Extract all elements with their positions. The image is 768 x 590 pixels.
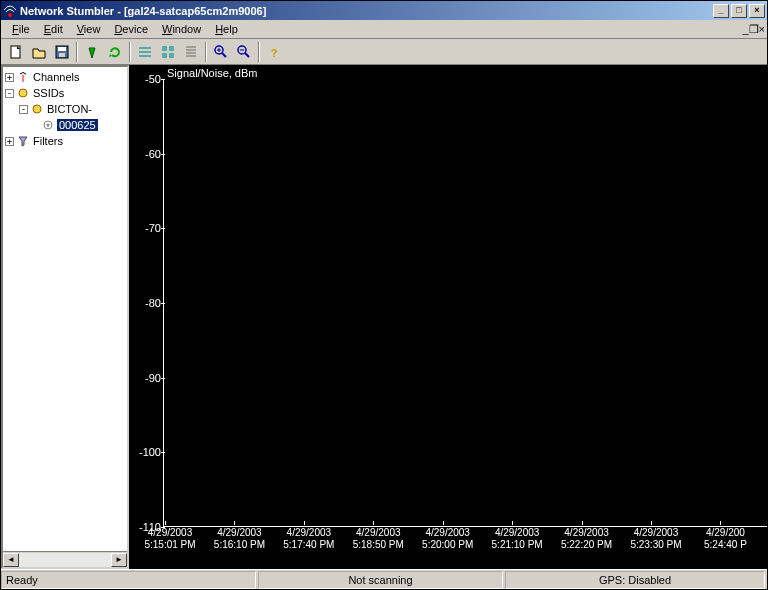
status-scanning: Not scanning xyxy=(258,571,503,589)
toolbar-separator xyxy=(258,42,260,62)
open-button[interactable] xyxy=(28,41,50,63)
chart-title: Signal/Noise, dBm xyxy=(167,67,258,79)
svg-rect-6 xyxy=(139,51,151,53)
tree-scrollbar[interactable]: ◄ ► xyxy=(3,551,127,567)
scroll-right-button[interactable]: ► xyxy=(111,553,127,567)
plot-area xyxy=(163,79,767,527)
titlebar[interactable]: Network Stumbler - [gal24-satcap65cm2m90… xyxy=(1,1,767,20)
zoom-in-button[interactable] xyxy=(210,41,232,63)
menu-view[interactable]: View xyxy=(70,21,108,37)
scan-button[interactable] xyxy=(81,41,103,63)
x-tick: 4/29/2005:24:40 P xyxy=(690,527,760,551)
tree-label: SSIDs xyxy=(32,87,65,99)
tree-label-selected: 000625 xyxy=(57,119,98,131)
refresh-button[interactable] xyxy=(104,41,126,63)
options-button[interactable] xyxy=(180,41,202,63)
mdi-close-button[interactable]: × xyxy=(759,23,765,36)
tree-label: Filters xyxy=(32,135,64,147)
y-axis: -50-60-70-80-90-100-110 xyxy=(129,79,163,527)
collapse-icon[interactable]: - xyxy=(5,89,14,98)
svg-rect-10 xyxy=(162,53,167,58)
menubar: File Edit View Device Window Help _ ❐ × xyxy=(1,20,767,39)
menu-file[interactable]: File xyxy=(5,21,37,37)
tree-view[interactable]: + Channels - SSIDs - BICTON- 000625 xyxy=(3,67,127,551)
app-icon xyxy=(3,4,17,18)
filter-icon xyxy=(16,134,30,148)
expand-icon[interactable]: + xyxy=(5,137,14,146)
minimize-button[interactable]: _ xyxy=(713,4,729,18)
svg-line-17 xyxy=(222,53,226,57)
toolbar-separator xyxy=(76,42,78,62)
scroll-track[interactable] xyxy=(19,553,111,567)
svg-point-25 xyxy=(19,89,27,97)
tree-node-mac[interactable]: 000625 xyxy=(5,117,127,133)
x-tick: 4/29/20035:20:00 PM xyxy=(413,527,483,551)
svg-rect-9 xyxy=(169,46,174,51)
zoom-out-button[interactable] xyxy=(233,41,255,63)
x-tick: 4/29/20035:15:01 PM xyxy=(135,527,205,551)
svg-text:?: ? xyxy=(271,47,278,59)
svg-rect-3 xyxy=(58,47,66,51)
window-title: Network Stumbler - [gal24-satcap65cm2m90… xyxy=(20,5,711,17)
details-view-button[interactable] xyxy=(134,41,156,63)
chart-pane: Signal/Noise, dBm -50-60-70-80-90-100-11… xyxy=(129,65,767,569)
x-tick: 4/29/20035:16:10 PM xyxy=(204,527,274,551)
x-tick: 4/29/20035:17:40 PM xyxy=(274,527,344,551)
close-button[interactable]: × xyxy=(749,4,765,18)
menu-edit[interactable]: Edit xyxy=(37,21,70,37)
tree-pane: + Channels - SSIDs - BICTON- 000625 xyxy=(1,65,129,569)
y-tick: -80 xyxy=(145,297,161,309)
ssid-icon xyxy=(30,102,44,116)
svg-rect-5 xyxy=(139,47,151,49)
svg-rect-7 xyxy=(139,55,151,57)
svg-rect-8 xyxy=(162,46,167,51)
x-tick: 4/29/20035:22:20 PM xyxy=(552,527,622,551)
status-ready: Ready xyxy=(1,571,256,589)
mdi-restore-button[interactable]: ❐ xyxy=(749,23,759,36)
y-tick: -100 xyxy=(139,446,161,458)
tree-label: Channels xyxy=(32,71,80,83)
ssid-icon xyxy=(16,86,30,100)
expand-icon[interactable]: + xyxy=(5,73,14,82)
menu-device[interactable]: Device xyxy=(107,21,155,37)
tree-node-channels[interactable]: + Channels xyxy=(5,69,127,85)
x-tick: 4/29/20035:21:10 PM xyxy=(482,527,552,551)
toolbar-separator xyxy=(205,42,207,62)
svg-point-28 xyxy=(47,124,50,127)
list-view-button[interactable] xyxy=(157,41,179,63)
y-tick: -70 xyxy=(145,222,161,234)
toolbar: ? xyxy=(1,39,767,65)
antenna-icon xyxy=(16,70,30,84)
client-area: + Channels - SSIDs - BICTON- 000625 xyxy=(1,65,767,569)
toolbar-separator xyxy=(129,42,131,62)
tree-node-ssids[interactable]: - SSIDs xyxy=(5,85,127,101)
svg-point-26 xyxy=(33,105,41,113)
statusbar: Ready Not scanning GPS: Disabled xyxy=(1,569,767,589)
app-window: Network Stumbler - [gal24-satcap65cm2m90… xyxy=(0,0,768,590)
ap-icon xyxy=(41,118,55,132)
svg-rect-4 xyxy=(59,53,65,57)
help-button[interactable]: ? xyxy=(263,41,285,63)
svg-point-0 xyxy=(8,13,12,17)
tree-node-filters[interactable]: + Filters xyxy=(5,133,127,149)
status-gps: GPS: Disabled xyxy=(505,571,765,589)
maximize-button[interactable]: □ xyxy=(731,4,747,18)
collapse-icon[interactable]: - xyxy=(19,105,28,114)
scroll-left-button[interactable]: ◄ xyxy=(3,553,19,567)
tree-label: BICTON- xyxy=(46,103,93,115)
x-tick: 4/29/20035:18:50 PM xyxy=(343,527,413,551)
y-tick: -60 xyxy=(145,148,161,160)
new-button[interactable] xyxy=(5,41,27,63)
save-button[interactable] xyxy=(51,41,73,63)
svg-line-21 xyxy=(245,53,249,57)
x-tick: 4/29/20035:23:30 PM xyxy=(621,527,691,551)
y-tick: -90 xyxy=(145,372,161,384)
menu-help[interactable]: Help xyxy=(208,21,245,37)
mdi-controls: _ ❐ × xyxy=(742,23,767,36)
y-tick: -50 xyxy=(145,73,161,85)
svg-rect-11 xyxy=(169,53,174,58)
tree-node-bicton[interactable]: - BICTON- xyxy=(5,101,127,117)
x-axis: 4/29/20035:15:01 PM4/29/20035:16:10 PM4/… xyxy=(163,527,767,569)
menu-window[interactable]: Window xyxy=(155,21,208,37)
